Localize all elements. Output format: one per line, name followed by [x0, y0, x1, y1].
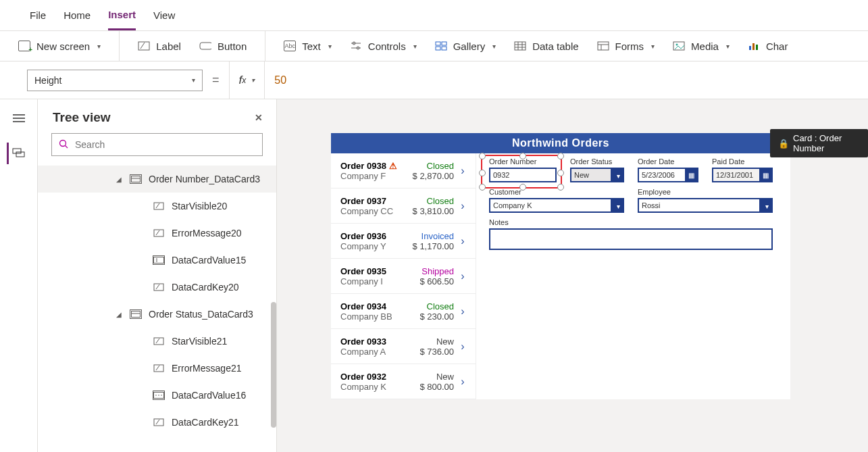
left-rail: [0, 99, 38, 452]
chevron-down-icon: ▾: [492, 43, 496, 50]
fx-button[interactable]: fx ▾: [229, 61, 265, 99]
tree-leaf[interactable]: StarVisible20: [38, 193, 276, 220]
menu-insert[interactable]: Insert: [108, 1, 136, 30]
tree-card-order-status[interactable]: ◢ Order Status_DataCard3: [38, 301, 276, 328]
close-icon[interactable]: ✕: [255, 112, 263, 123]
canvas[interactable]: 🔒 Card : Order Number Northwind Orders O…: [277, 99, 868, 452]
orders-gallery[interactable]: Order 0938 ⚠Company FClosed$ 2,870.00›Or…: [331, 153, 476, 399]
tree-leaf[interactable]: StarVisible21: [38, 328, 276, 355]
gallery-row[interactable]: Order 0932Company KNew$ 800.00›: [331, 364, 476, 399]
gallery-button[interactable]: Gallery ▾: [435, 41, 496, 52]
formula-input[interactable]: 50: [265, 74, 286, 86]
selection-tooltip: 🔒 Card : Order Number: [770, 129, 868, 157]
gallery-row[interactable]: Order 0936Company YInvoiced$ 1,170.00›: [331, 224, 476, 259]
input-order-status[interactable]: New▾: [570, 168, 624, 182]
forms-label: Forms: [615, 41, 644, 52]
label-icon: [153, 282, 165, 292]
ribbon-group-controls: Abc Text ▾ Controls ▾ Gallery ▾ Data tab…: [284, 41, 788, 52]
input-customer[interactable]: Company K▾: [489, 198, 624, 213]
order-id: Order 0937: [340, 196, 413, 206]
order-status: Closed: [413, 196, 454, 206]
menu-view[interactable]: View: [153, 1, 175, 29]
search-field[interactable]: [74, 139, 255, 151]
order-id: Order 0934: [340, 301, 419, 311]
tree-card-order-number[interactable]: ◢ Order Number_DataCard3: [38, 166, 276, 193]
tree-items: ◢ Order Number_DataCard3 StarVisible20 E…: [38, 166, 276, 436]
gallery-row[interactable]: Order 0935Company IShipped$ 606.50›: [331, 259, 476, 294]
button-button[interactable]: Button: [199, 41, 247, 52]
chevron-down-icon: ▾: [328, 43, 332, 50]
tree-leaf[interactable]: ErrorMessage20: [38, 220, 276, 247]
text-button[interactable]: Abc Text ▾: [284, 41, 332, 52]
tree-node-label: DataCardValue15: [172, 255, 246, 266]
order-form: Order Number 0932 Order Status New▾ Orde…: [480, 157, 786, 250]
label-button[interactable]: Label: [138, 41, 181, 52]
tree-leaf[interactable]: DataCardKey20: [38, 274, 276, 301]
gallery-row[interactable]: Order 0933Company ANew$ 736.00›: [331, 329, 476, 364]
tree-leaf[interactable]: DataCardKey21: [38, 409, 276, 436]
menu-file[interactable]: File: [30, 1, 46, 29]
gallery-icon: [435, 41, 447, 51]
tree-title: Tree view: [53, 110, 111, 125]
gallery-row[interactable]: Order 0938 ⚠Company FClosed$ 2,870.00›: [331, 153, 476, 189]
label-paid-date: Paid Date: [712, 157, 773, 166]
data-table-label: Data table: [532, 41, 578, 52]
scrollbar[interactable]: [271, 302, 276, 428]
chevron-right-icon: ›: [457, 200, 469, 212]
chart-icon: [748, 41, 760, 51]
order-id: Order 0932: [340, 372, 419, 382]
tree-node-label: ErrorMessage20: [172, 228, 242, 238]
input-notes[interactable]: [489, 228, 773, 250]
controls-button[interactable]: Controls ▾: [350, 41, 417, 52]
tree-node-label: DataCardValue16: [172, 390, 246, 401]
app-stage: Northwind Orders Order 0938 ⚠Company FCl…: [331, 133, 790, 399]
controls-icon: [350, 41, 362, 51]
tree-leaf[interactable]: ErrorMessage21: [38, 355, 276, 382]
menu-home[interactable]: Home: [63, 1, 91, 29]
input-order-date[interactable]: 5/23/2006▦: [638, 168, 698, 182]
media-button[interactable]: Media ▾: [673, 41, 730, 52]
svg-line-1: [141, 43, 145, 49]
new-screen-button[interactable]: New screen ▾: [18, 41, 101, 52]
value-order-number: 0932: [493, 171, 509, 179]
input-paid-date[interactable]: 12/31/2001▦: [712, 168, 773, 182]
tree-node-label: DataCardKey20: [172, 282, 239, 293]
svg-rect-9: [436, 47, 440, 50]
tree-view-rail-button[interactable]: [7, 143, 28, 164]
svg-rect-43: [154, 338, 163, 345]
hamburger-icon[interactable]: [8, 107, 30, 129]
svg-line-52: [156, 420, 159, 424]
tree-leaf[interactable]: DataCardValue16: [38, 382, 276, 409]
order-company: Company Y: [340, 241, 413, 251]
chevron-right-icon: ›: [457, 270, 469, 282]
svg-point-20: [676, 44, 678, 46]
gallery-row[interactable]: Order 0934Company BBClosed$ 230.00›: [331, 294, 476, 329]
property-selector[interactable]: Height ▾: [27, 70, 203, 91]
svg-rect-35: [154, 230, 163, 236]
svg-rect-7: [436, 42, 440, 45]
data-table-icon: [514, 41, 526, 51]
input-employee[interactable]: Rossi▾: [638, 198, 773, 213]
svg-rect-2: [200, 43, 211, 49]
order-status: Shipped: [419, 266, 454, 276]
tree-node-label: Order Status_DataCard3: [149, 309, 253, 320]
text-label: Text: [302, 41, 321, 52]
chevron-down-icon: ▾: [617, 172, 620, 180]
input-order-number[interactable]: 0932: [489, 168, 557, 182]
chevron-down-icon: ▾: [765, 203, 769, 210]
order-company: Company K: [340, 382, 419, 392]
separator: [119, 30, 120, 61]
tree-leaf[interactable]: DataCardValue15: [38, 247, 276, 274]
label-order-status: Order Status: [570, 157, 624, 166]
label-order-date: Order Date: [638, 157, 698, 166]
search-input[interactable]: [51, 133, 263, 156]
forms-button[interactable]: Forms ▾: [597, 41, 655, 52]
chart-button[interactable]: Char: [748, 41, 788, 52]
body: Tree view ✕ ◢ Order Number_DataCard3 Sta…: [0, 99, 868, 452]
label-icon: [153, 336, 165, 346]
text-icon: Abc: [284, 41, 296, 51]
tree-node-label: StarVisible20: [172, 201, 227, 211]
order-company: Company CC: [340, 206, 413, 216]
gallery-row[interactable]: Order 0937Company CCClosed$ 3,810.00›: [331, 189, 476, 224]
data-table-button[interactable]: Data table: [514, 41, 578, 52]
